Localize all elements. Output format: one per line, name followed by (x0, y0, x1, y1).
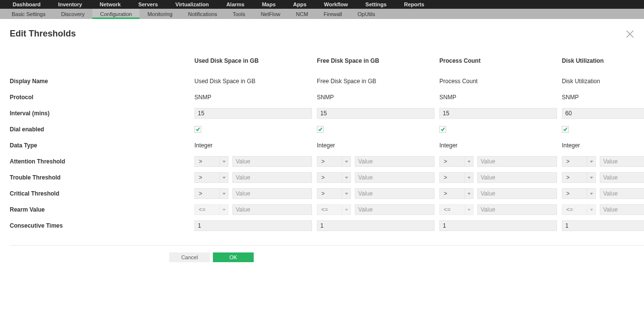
operator-value: <= (562, 205, 587, 215)
top-nav-item[interactable]: Apps (284, 1, 315, 7)
operator-select[interactable]: > (562, 172, 596, 183)
dial-checkbox[interactable] (194, 126, 201, 133)
operator-select[interactable]: > (317, 156, 351, 167)
operator-select[interactable]: > (439, 172, 473, 183)
chevron-down-icon (342, 189, 350, 198)
cell: > (562, 153, 644, 169)
top-nav-item[interactable]: Maps (253, 1, 284, 7)
value-input[interactable] (600, 156, 644, 167)
value-input[interactable] (355, 172, 435, 183)
cell: Integer (194, 137, 317, 153)
interval-input[interactable] (317, 108, 435, 119)
consecutive-input[interactable] (317, 220, 435, 231)
value-input[interactable] (600, 204, 644, 215)
operator-select[interactable]: > (562, 156, 596, 167)
divider (10, 245, 644, 246)
cell: > (317, 169, 439, 185)
sub-nav-item[interactable]: Discovery (53, 9, 92, 19)
cell (194, 217, 317, 233)
operator-value: > (440, 157, 464, 166)
cell (439, 121, 562, 137)
datatype-value: Integer (194, 142, 212, 149)
interval-input[interactable] (562, 108, 644, 119)
cell: > (562, 185, 644, 201)
cell: SNMP (562, 89, 644, 105)
svg-marker-4 (467, 161, 470, 162)
top-nav-item[interactable]: Settings (357, 1, 395, 7)
dial-checkbox[interactable] (317, 126, 324, 133)
top-nav-item[interactable]: Workflow (315, 1, 357, 7)
row-label: Trouble Threshold (10, 169, 194, 185)
value-input[interactable] (477, 204, 557, 215)
value-input[interactable] (477, 172, 557, 183)
cell: Disk Utilization (562, 73, 644, 89)
operator-select: <= (439, 204, 473, 215)
top-nav-item[interactable]: Virtualization (167, 1, 218, 7)
consecutive-input[interactable] (194, 220, 312, 231)
dial-checkbox[interactable] (439, 126, 446, 133)
top-nav-item[interactable]: Inventory (49, 1, 91, 7)
interval-input[interactable] (439, 108, 557, 119)
sub-nav-item[interactable]: Notifications (180, 9, 225, 19)
row-label: Data Type (10, 137, 194, 153)
sub-nav-item[interactable]: NetFlow (253, 9, 288, 19)
chevron-down-icon (464, 205, 473, 215)
sub-nav-item[interactable]: Monitoring (139, 9, 180, 19)
operator-select: <= (317, 204, 351, 215)
top-nav-item[interactable]: Dashboard (4, 1, 49, 7)
svg-marker-14 (467, 193, 470, 195)
sub-nav-item[interactable]: Tools (225, 9, 253, 19)
close-icon[interactable] (626, 30, 634, 38)
row-label: Dial enabled (10, 121, 194, 137)
operator-select[interactable]: > (194, 188, 228, 199)
cell (439, 105, 562, 121)
svg-marker-20 (590, 209, 592, 211)
sub-nav: Basic SettingsDiscoveryConfigurationMoni… (0, 9, 644, 19)
value-input[interactable] (600, 172, 644, 183)
value-input[interactable] (232, 204, 312, 215)
value-input[interactable] (232, 156, 312, 167)
sub-nav-item[interactable]: OpUtils (350, 9, 383, 19)
value-input[interactable] (355, 204, 435, 215)
operator-value: > (195, 173, 219, 182)
value-input[interactable] (355, 188, 435, 199)
operator-value: > (562, 173, 587, 182)
operator-select[interactable]: > (317, 188, 351, 199)
cell: <= (439, 201, 562, 217)
sub-nav-item[interactable]: NCM (288, 9, 316, 19)
operator-select[interactable]: > (194, 172, 228, 183)
protocol-value: SNMP (439, 94, 456, 101)
operator-select[interactable]: > (439, 188, 473, 199)
operator-select[interactable]: > (439, 156, 473, 167)
cancel-button[interactable]: Cancel (169, 252, 210, 262)
col-header-blank (10, 54, 194, 73)
value-input[interactable] (600, 188, 644, 199)
consecutive-input[interactable] (439, 220, 557, 231)
top-nav-item[interactable]: Alarms (218, 1, 253, 7)
sub-nav-item[interactable]: Firewall (316, 9, 350, 19)
value-input[interactable] (355, 156, 435, 167)
value-input[interactable] (477, 188, 557, 199)
operator-select[interactable]: > (194, 156, 228, 167)
chevron-down-icon (587, 205, 595, 215)
operator-select: <= (194, 204, 228, 215)
top-nav-item[interactable]: Network (91, 1, 129, 7)
top-nav-item[interactable]: Reports (395, 1, 433, 7)
sub-nav-item[interactable]: Configuration (92, 9, 139, 19)
value-input[interactable] (232, 188, 312, 199)
svg-marker-19 (467, 209, 470, 211)
top-nav-item[interactable]: Servers (129, 1, 166, 7)
sub-nav-item[interactable]: Basic Settings (4, 9, 53, 19)
chevron-down-icon (587, 189, 595, 198)
page-title: Edit Thresholds (10, 29, 76, 39)
dial-checkbox[interactable] (562, 126, 569, 133)
consecutive-input[interactable] (562, 220, 644, 231)
interval-input[interactable] (194, 108, 312, 119)
ok-button[interactable]: OK (213, 252, 254, 262)
operator-select[interactable]: > (317, 172, 351, 183)
value-input[interactable] (477, 156, 557, 167)
cell: > (194, 185, 317, 201)
value-input[interactable] (232, 172, 312, 183)
operator-select[interactable]: > (562, 188, 596, 199)
cell (562, 105, 644, 121)
